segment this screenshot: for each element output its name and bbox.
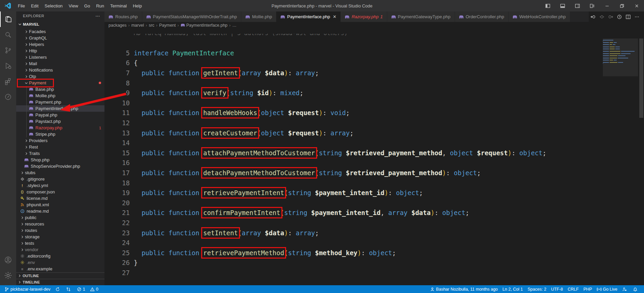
status-bashar-nozibulla-11-months-ago[interactable]: Bashar Nozibulla, 11 months ago: [428, 285, 500, 293]
code-line-9[interactable]: 9 public function verify(string $id): mi…: [104, 88, 604, 98]
minimize-icon[interactable]: [600, 0, 614, 11]
code-line-25[interactable]: 25 public function retrievePaymentMethod…: [104, 248, 604, 258]
more-actions-icon[interactable]: [633, 11, 641, 22]
menu-selection[interactable]: Selection: [41, 3, 65, 8]
tree-item-facades[interactable]: Facades: [16, 28, 104, 35]
code-line-8[interactable]: 8: [104, 78, 604, 88]
breadcrumb-item-src[interactable]: src: [149, 23, 154, 28]
tree-item-payment-php[interactable]: Payment.php: [16, 99, 104, 105]
code-line-17[interactable]: 17 public function detachPaymentMethodTo…: [104, 168, 604, 178]
code-line-16[interactable]: 16: [104, 158, 604, 168]
code-line-24[interactable]: 24: [104, 238, 604, 248]
code-line-27[interactable]: 27: [104, 268, 604, 278]
section-outline[interactable]: OUTLINE: [16, 272, 104, 279]
menu-terminal[interactable]: Terminal: [107, 3, 130, 8]
tree-item-public[interactable]: public: [16, 214, 104, 221]
tree-item-shopserviceprovider-php[interactable]: ShopServiceProvider.php: [16, 163, 104, 169]
status-1[interactable]: 1: [74, 285, 88, 293]
code-line-10[interactable]: 10: [104, 98, 604, 108]
code-area[interactable]: MD Tareq Mahmud, last month | 3 authors …: [104, 28, 644, 285]
tree-item-razorpay-php[interactable]: Razorpay.php1: [16, 125, 104, 131]
tree-item-vendor[interactable]: vendor: [16, 246, 104, 253]
breadcrumb-item-marvel[interactable]: marvel: [131, 23, 144, 28]
code-line-21[interactable]: 21 public function confirmPaymentIntent(…: [104, 208, 604, 218]
status-ln-2-col-1[interactable]: Ln 2, Col 1: [500, 285, 525, 293]
menu-file[interactable]: File: [15, 3, 28, 8]
tree-item-traits[interactable]: Traits: [16, 150, 104, 157]
tree-item-helpers[interactable]: Helpers: [16, 41, 104, 48]
toggle-sidebar-icon[interactable]: [540, 0, 555, 11]
code-line-12[interactable]: 12: [104, 118, 604, 128]
code-line-23[interactable]: 23 public function setIntent(array $data…: [104, 228, 604, 238]
run-debug-icon[interactable]: [0, 58, 16, 74]
menu-go[interactable]: Go: [81, 3, 93, 8]
status-compare-icon[interactable]: [64, 285, 74, 293]
tab-routes-php[interactable]: Routes.php: [104, 11, 142, 22]
status-sync-icon[interactable]: [53, 285, 64, 293]
menu-run[interactable]: Run: [93, 3, 107, 8]
code-line-19[interactable]: 19 public function retrievePaymentIntent…: [104, 188, 604, 198]
tree-item-tests[interactable]: tests: [16, 240, 104, 246]
status-0[interactable]: 0: [88, 285, 101, 293]
tree-item-listeners[interactable]: Listeners: [16, 54, 104, 60]
account-icon[interactable]: [0, 252, 16, 268]
tab-mollie-php[interactable]: Mollie.php: [241, 11, 276, 22]
files-icon[interactable]: [0, 11, 16, 27]
tree-item-editorconfig[interactable]: .editorconfig: [16, 253, 104, 259]
tree-item-paystact-php[interactable]: Paystact.php: [16, 118, 104, 125]
code-line-11[interactable]: 11 public function handleWebHooks(object…: [104, 108, 604, 118]
tab-webhookcontroller-php[interactable]: WebHookController.php: [509, 11, 570, 22]
tab-paymentgatewaytype-php[interactable]: PaymentGatewayType.php: [387, 11, 455, 22]
vertical-scrollbar[interactable]: [639, 38, 643, 118]
tree-item-mail[interactable]: Mail: [16, 60, 104, 67]
status-spaces-2[interactable]: Spaces: 2: [525, 285, 549, 293]
code-line-26[interactable]: 26}: [104, 258, 604, 268]
code-line-14[interactable]: 14: [104, 138, 604, 148]
tree-item-env-example[interactable]: ≡.env.example: [16, 266, 104, 272]
history-icon[interactable]: [615, 11, 624, 22]
restore-icon[interactable]: [614, 0, 629, 11]
status-php[interactable]: PHP: [581, 285, 594, 293]
tree-item-readme-md[interactable]: readme.md: [16, 208, 104, 214]
tab-paymentstatusmanagerwithordertrait-php[interactable]: PaymentStatusManagerWithOrderTrait.php: [142, 11, 242, 22]
toggle-secondary-sidebar-icon[interactable]: [570, 0, 585, 11]
tab-paymentinterface-php[interactable]: PaymentInterface.php✕: [276, 11, 341, 22]
settings-gear-icon[interactable]: [0, 268, 16, 283]
code-line-15[interactable]: 15 public function attachPaymentMethodTo…: [104, 148, 604, 158]
section-timeline[interactable]: TIMELINE: [16, 279, 104, 285]
status-pickbazar-laravel-dev[interactable]: pickbazar-laravel-dev: [2, 285, 53, 293]
tree-item-base-php[interactable]: Base.php: [16, 86, 104, 92]
tree-item-payment[interactable]: Payment: [16, 80, 104, 86]
tree-item-composer-json[interactable]: {}composer.json: [16, 189, 104, 195]
menu-view[interactable]: View: [66, 3, 81, 8]
code-line-18[interactable]: 18: [104, 178, 604, 188]
close-icon[interactable]: [629, 0, 644, 11]
tree-item-http[interactable]: Http: [16, 48, 104, 54]
tree-item-styleci-yml[interactable]: !.styleci.yml: [16, 182, 104, 189]
nav-back-icon[interactable]: [589, 11, 597, 22]
status-utf-8[interactable]: UTF-8: [549, 285, 565, 293]
breadcrumb-item-paymentinterface-php[interactable]: PaymentInterface.php: [186, 23, 227, 28]
tree-item-notifications[interactable]: Notifications: [16, 67, 104, 73]
code-line-5[interactable]: 5interface PaymentInterface: [104, 48, 604, 58]
source-control-icon[interactable]: [0, 43, 16, 58]
close-icon[interactable]: ✕: [333, 14, 336, 19]
status-crlf[interactable]: CRLF: [565, 285, 581, 293]
toggle-panel-icon[interactable]: [555, 0, 570, 11]
tree-item-rest[interactable]: Rest: [16, 144, 104, 150]
tab-ordercontroller-php[interactable]: OrderController.php: [455, 11, 509, 22]
breadcrumb[interactable]: packages›marvel›src›Payment›PaymentInter…: [104, 22, 644, 28]
workspace-root-row[interactable]: MARVEL: [16, 20, 104, 28]
tree-item-providers[interactable]: Providers: [16, 137, 104, 144]
tree-item-otp[interactable]: Otp: [16, 73, 104, 80]
extensions-icon[interactable]: [0, 74, 16, 89]
status-bell-icon[interactable]: [631, 285, 641, 293]
code-line-13[interactable]: 13 public function createCustomer(object…: [104, 128, 604, 138]
clock-icon[interactable]: [0, 89, 16, 105]
explorer-more-actions-icon[interactable]: ⋯: [95, 13, 100, 19]
nav-forward-icon[interactable]: [606, 11, 615, 22]
menu-edit[interactable]: Edit: [28, 3, 41, 8]
minimap[interactable]: [603, 40, 638, 80]
tree-item-paymentinterface-php[interactable]: PaymentInterface.php: [16, 105, 104, 112]
breadcrumb-item-packages[interactable]: packages: [109, 23, 127, 28]
